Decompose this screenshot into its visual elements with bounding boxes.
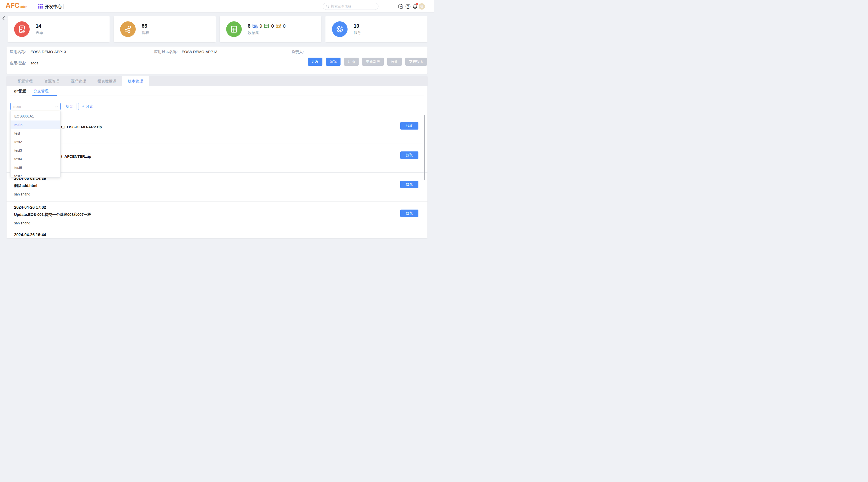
list-scrollbar-thumb[interactable]: [424, 115, 425, 180]
commit-row: 2024-04-26 17:02 Update:EOS-001,提交一个基线00…: [6, 201, 428, 229]
app-desc-label: 应用描述:: [10, 61, 26, 66]
branch-option[interactable]: test: [10, 129, 60, 138]
stat-card-services: 10 服务: [326, 16, 428, 42]
subtab-divider: [10, 95, 424, 96]
tab-version-management[interactable]: 版本管理: [122, 76, 149, 86]
subtab-branch-management[interactable]: 分支管理: [33, 89, 49, 93]
app-owner-label: 负责人:: [291, 50, 304, 54]
top-header: AFC enter 开发中心 AI ? 租: [0, 0, 434, 12]
flow-icon: [120, 21, 136, 37]
edit-button[interactable]: 编辑: [326, 58, 341, 66]
search-input[interactable]: [331, 4, 374, 8]
services-label: 服务: [353, 30, 361, 35]
tab-resource-management[interactable]: 资源管理: [38, 76, 65, 86]
flows-label: 流程: [142, 30, 149, 35]
services-count: 10: [353, 23, 361, 29]
table-search-icon: [264, 23, 269, 29]
branch-option[interactable]: test4: [10, 155, 60, 163]
notification-bell-icon[interactable]: [412, 3, 418, 9]
datasets-label: 数据集: [248, 30, 286, 35]
service-gear-icon: [332, 21, 347, 37]
branch-select-value: main: [13, 105, 55, 108]
svg-text:AI: AI: [400, 5, 402, 8]
develop-button[interactable]: 开发: [308, 58, 322, 66]
branch-option-selected[interactable]: main: [10, 120, 60, 129]
form-icon: [14, 21, 30, 37]
subtab-git-config[interactable]: git配置: [14, 89, 26, 93]
app-display-name-value: EOS8-DEMO-APP13: [182, 50, 217, 54]
branch-option[interactable]: test7: [10, 172, 60, 178]
datasets-count: 6: [248, 23, 251, 29]
commit-author: san zhang: [14, 192, 30, 197]
plus-icon: ＋: [82, 104, 85, 108]
active-subtab-indicator: [32, 95, 57, 96]
app-display-name-label: 应用显示名称:: [154, 50, 178, 54]
commit-row: t_AFCENTER.zip 拉取: [6, 143, 428, 172]
pull-button[interactable]: 拉取: [400, 151, 418, 159]
tab-report-datasource[interactable]: 报表数据源: [92, 76, 122, 86]
branch-option[interactable]: test6: [10, 163, 60, 172]
commit-row: t_EOS8-DEMO-APP.zip 拉取: [6, 114, 428, 143]
app-desc-value: sads: [30, 61, 38, 65]
menu-search[interactable]: [323, 3, 378, 10]
app-grid-icon[interactable]: [38, 4, 43, 8]
dataset-badge-count: 0: [283, 23, 286, 29]
chevron-up-icon: [55, 106, 58, 107]
dataset-icon: [226, 21, 242, 37]
dataset-badge-count: 9: [259, 23, 262, 29]
branch-dropdown: EOS830LA1 main test test2 test3 test4 te…: [10, 111, 61, 178]
table-coins-icon: [252, 23, 258, 29]
commit-row: 2024-04-26 16:44: [6, 229, 428, 238]
pull-button[interactable]: 拉取: [400, 209, 418, 217]
app-name-value: EOS8-DEMO-APP13: [30, 50, 66, 54]
start-button[interactable]: 启动: [344, 58, 359, 66]
pull-button[interactable]: 拉取: [400, 181, 418, 188]
stat-card-flows: 85 流程: [114, 16, 216, 42]
logo-text-main: AFC: [5, 1, 19, 9]
stats-cards-row: 14 表单 85 流程: [7, 16, 428, 42]
help-icon[interactable]: ?: [405, 3, 411, 9]
forms-label: 表单: [36, 30, 43, 35]
header-divider: [63, 4, 64, 9]
forms-count: 14: [36, 23, 43, 29]
stat-card-forms: 14 表单: [7, 16, 110, 42]
commit-message: t_AFCENTER.zip: [61, 154, 91, 159]
user-avatar[interactable]: 租: [419, 3, 425, 9]
commit-message: 删除add.html: [14, 183, 37, 189]
commit-message: Update:EOS-001,提交一个基线008和007一样: [14, 212, 91, 217]
logo-text-sub: enter: [20, 5, 27, 8]
afcenter-logo[interactable]: AFC enter: [5, 1, 27, 9]
tab-config-management[interactable]: 配置管理: [12, 76, 38, 86]
flows-count: 85: [142, 23, 149, 29]
branch-select[interactable]: main: [10, 103, 61, 110]
branch-option[interactable]: test2: [10, 138, 60, 146]
pull-button[interactable]: 拉取: [400, 122, 418, 130]
commit-message: t_EOS8-DEMO-APP.zip: [61, 124, 102, 130]
branch-option[interactable]: test3: [10, 146, 60, 155]
svg-text:?: ?: [407, 5, 409, 8]
management-tabs-card: 配置管理 资源管理 源码管理 报表数据源 版本管理 git配置 分支管理 t_E…: [6, 76, 428, 238]
back-arrow-icon[interactable]: [2, 16, 8, 21]
redeploy-button[interactable]: 重新部署: [362, 58, 384, 66]
stat-card-datasets: 6 9 0: [220, 16, 322, 42]
app-name-label: 应用名称:: [10, 50, 26, 54]
tab-strip: 配置管理 资源管理 源码管理 报表数据源 版本管理: [6, 76, 428, 86]
page-title: 开发中心: [45, 4, 62, 9]
stop-button[interactable]: 停止: [387, 58, 402, 66]
commit-author: san zhang: [14, 220, 30, 226]
notification-badge-dot: [416, 3, 418, 5]
app-info-card: 应用名称: EOS8-DEMO-APP13 应用显示名称: EOS8-DEMO-…: [6, 47, 428, 74]
table-gear-icon: [276, 23, 281, 29]
search-icon: [326, 4, 330, 8]
commit-date: 2024-04-26 16:44: [14, 232, 46, 238]
app-action-buttons: 开发 编辑 启动 重新部署 停止 支持报表: [308, 58, 427, 66]
commit-date: 2024-04-26 17:02: [14, 205, 46, 210]
commit-row: 2024-06-03 14:39 删除add.html san zhang 拉取: [6, 172, 428, 201]
branch-option[interactable]: EOS830LA1: [10, 112, 60, 120]
commit-button[interactable]: 提交: [63, 103, 76, 110]
dataset-badge-count: 0: [271, 23, 274, 29]
ai-assistant-icon[interactable]: AI: [398, 3, 404, 9]
support-report-button[interactable]: 支持报表: [405, 58, 427, 66]
tab-source-management[interactable]: 源码管理: [65, 76, 92, 86]
new-branch-button[interactable]: ＋ 分支: [78, 103, 96, 110]
